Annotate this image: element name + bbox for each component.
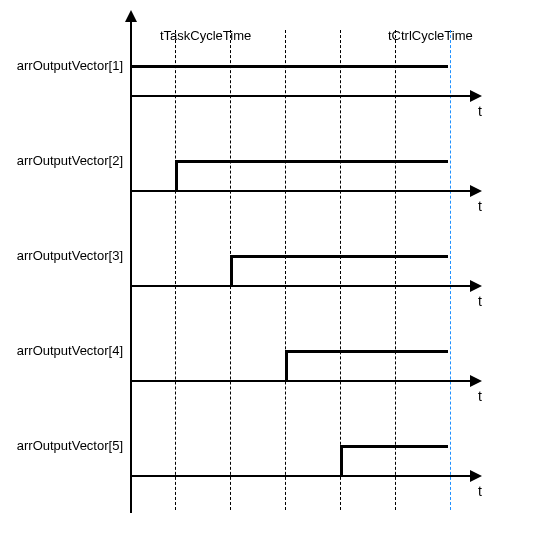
x-axis-label: t [478,483,482,499]
ctrl-gridline [450,30,451,510]
signal-high [175,160,448,163]
signal-high [340,445,448,448]
x-axis-arrow-icon [470,375,482,387]
series-label: arrOutputVector[2] [3,153,123,168]
signal-high [230,255,448,258]
series-label: arrOutputVector[3] [3,248,123,263]
series-label: arrOutputVector[4] [3,343,123,358]
signal-rise [285,350,288,380]
gridline [395,30,396,510]
x-axis-line [130,475,472,477]
x-axis-arrow-icon [470,280,482,292]
task-cycle-label: tTaskCycleTime [160,28,251,43]
x-axis-arrow-icon [470,185,482,197]
x-axis-label: t [478,388,482,404]
series-label: arrOutputVector[5] [3,438,123,453]
x-axis-arrow-icon [470,90,482,102]
x-axis-label: t [478,103,482,119]
y-axis-arrow-icon [125,10,137,22]
x-axis-line [130,95,472,97]
x-axis-label: t [478,293,482,309]
signal-rise [230,255,233,285]
signal-high [285,350,448,353]
ctrl-cycle-label: tCtrlCycleTime [388,28,473,43]
y-axis-line [130,18,132,513]
signal-rise [175,160,178,190]
signal-rise [340,445,343,475]
x-axis-line [130,380,472,382]
signal-high [130,65,448,68]
gridline [175,30,176,510]
x-axis-label: t [478,198,482,214]
x-axis-arrow-icon [470,470,482,482]
x-axis-line [130,285,472,287]
gridline [340,30,341,510]
x-axis-line [130,190,472,192]
series-label: arrOutputVector[1] [3,58,123,73]
gridline [285,30,286,510]
timing-diagram: tTaskCycleTime tCtrlCycleTime arrOutputV… [0,0,534,541]
